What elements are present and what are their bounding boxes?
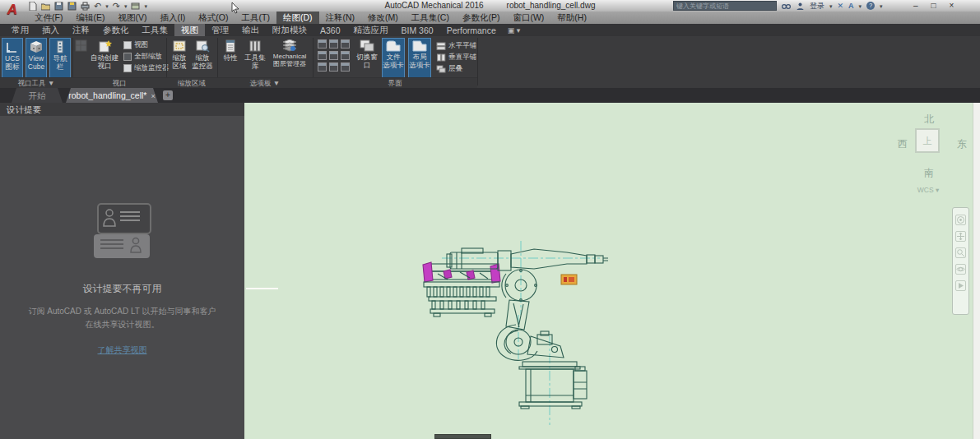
workspace-icon[interactable] <box>341 62 350 72</box>
lock-ui-icon[interactable] <box>318 51 327 60</box>
new-file-icon[interactable] <box>28 2 37 11</box>
viewcube-top-face[interactable]: 上 <box>915 128 940 153</box>
file-tab-close-icon[interactable]: × <box>151 92 155 100</box>
menu-annotate[interactable]: 注释(N) <box>319 12 362 25</box>
tab-performance[interactable]: Performance <box>440 25 503 36</box>
menu-toolsets[interactable]: 工具集(C) <box>405 12 456 25</box>
tab-view[interactable]: 视图 <box>174 24 205 37</box>
ribbon: UCS 图标 View Cube 导航栏 视口工具 ▼ 自动创建视口 视图 全部… <box>0 36 980 89</box>
file-tab-active[interactable]: robot_handling_cell*× <box>66 88 158 103</box>
tile-vertically-button[interactable]: 垂直平铺 <box>436 53 476 62</box>
auto-create-viewport-label: 自动创建视口 <box>91 53 118 70</box>
menu-parametric[interactable]: 参数化(P) <box>456 12 507 25</box>
zoom-all-toggle-label: 全部缩放 <box>134 52 162 62</box>
menu-draw[interactable]: 绘图(D) <box>276 12 319 25</box>
tile-horizontally-button[interactable]: 水平平铺 <box>436 41 476 51</box>
showmotion-icon[interactable] <box>955 280 966 291</box>
tab-home[interactable]: 常用 <box>5 24 35 37</box>
zoom-all-toggle[interactable]: 全部缩放 <box>123 52 162 62</box>
clean-screen-icon[interactable] <box>318 62 327 72</box>
menu-tools[interactable]: 工具(T) <box>235 12 276 25</box>
menu-modify[interactable]: 修改(M) <box>361 12 405 25</box>
open-file-icon[interactable] <box>41 2 50 11</box>
wcs-menu[interactable]: WCS ▾ <box>908 186 949 194</box>
panel-label-palettes[interactable]: 选项板 ▼ <box>217 77 313 88</box>
pan-icon[interactable] <box>955 231 966 242</box>
menu-window[interactable]: 窗口(W) <box>506 12 550 25</box>
help-icon[interactable]: ? <box>866 2 875 10</box>
search-input[interactable] <box>673 1 777 11</box>
tab-featured-apps[interactable]: 精选应用 <box>347 24 395 37</box>
panel-label-interface: 界面 <box>313 77 477 88</box>
a360-dropdown-icon[interactable]: ▾ <box>859 2 862 11</box>
redo-dropdown-icon[interactable]: ▾ <box>124 2 128 11</box>
save-icon[interactable] <box>54 2 63 11</box>
design-feed-learn-more-link[interactable]: 了解共享视图 <box>0 344 244 356</box>
undo-dropdown-icon[interactable]: ▾ <box>105 2 109 11</box>
sign-in-dropdown-icon[interactable]: ▾ <box>829 2 833 11</box>
tab-toolsets[interactable]: 工具集 <box>136 24 175 37</box>
tab-insert[interactable]: 插入 <box>35 24 66 37</box>
steering-wheel-icon[interactable] <box>955 215 966 225</box>
tab-parametric[interactable]: 参数化 <box>96 24 136 37</box>
qat-customize-icon[interactable]: ▾ <box>144 2 147 11</box>
orbit-icon[interactable] <box>955 264 966 275</box>
tab-annotate[interactable]: 注释 <box>66 24 96 37</box>
save-as-icon[interactable] <box>67 2 77 11</box>
command-tooltip-edge <box>434 434 491 439</box>
help-dropdown-icon[interactable]: ▾ <box>880 2 883 11</box>
drawing-canvas[interactable]: 北 西 上 东 南 WCS ▾ <box>244 103 980 439</box>
viewcube-east-label[interactable]: 东 <box>957 137 967 151</box>
viewport-views-toggle[interactable]: 视图 <box>123 40 148 50</box>
navigation-bar[interactable] <box>952 207 969 315</box>
menu-help[interactable]: 帮助(H) <box>550 12 593 25</box>
tab-output[interactable]: 输出 <box>235 24 266 37</box>
exchange-apps-icon[interactable]: ✕ <box>838 1 844 11</box>
file-tab-bar: 开始 robot_handling_cell*× + <box>0 88 980 103</box>
tab-a360[interactable]: A360 <box>314 25 347 36</box>
text-window-icon[interactable] <box>341 39 350 49</box>
tab-manage[interactable]: 管理 <box>205 24 235 37</box>
app-menu-button[interactable]: A <box>2 0 22 21</box>
user-icon[interactable] <box>796 2 805 11</box>
new-drawing-tab-button[interactable]: + <box>163 90 173 100</box>
undo-icon[interactable]: ↶ <box>94 2 101 11</box>
status-bar-icon[interactable] <box>329 51 338 60</box>
canvas-scrollbar[interactable] <box>973 103 980 439</box>
zoom-monitor-toggle[interactable]: 缩放监控器 <box>123 63 170 73</box>
ribbon-state-toggle-icon[interactable]: ▣ ▾ <box>508 26 521 35</box>
viewcube-north-label[interactable]: 北 <box>924 113 934 127</box>
cascade-button[interactable]: 层叠 <box>436 64 462 74</box>
menu-view[interactable]: 视图(V) <box>111 12 153 25</box>
robot-drawing <box>244 103 980 439</box>
menu-edit[interactable]: 编辑(E) <box>69 12 111 25</box>
zoom-all-toggle-icon <box>123 53 132 61</box>
viewcube-west-label[interactable]: 西 <box>898 137 908 151</box>
tab-bim360[interactable]: BIM 360 <box>395 25 440 36</box>
command-line-icon[interactable] <box>329 62 338 72</box>
document-title: robot_handling_cell.dwg <box>507 1 596 10</box>
search-binoculars-icon[interactable] <box>782 2 791 11</box>
window-elements-icon[interactable] <box>329 39 338 49</box>
redo-icon[interactable]: ↷ <box>113 2 120 11</box>
sheet-set-icon[interactable] <box>131 2 140 11</box>
minimize-button[interactable]: – <box>913 0 918 11</box>
menu-insert[interactable]: 插入(I) <box>153 12 192 25</box>
zoom-area-label: 缩放区域 <box>173 53 187 70</box>
menu-format[interactable]: 格式(O) <box>192 12 235 25</box>
zoom-monitor-toggle-label: 缩放监控器 <box>134 63 170 73</box>
viewcube-south-label[interactable]: 南 <box>924 166 934 180</box>
tab-addins[interactable]: 附加模块 <box>266 24 314 37</box>
restore-down-icon[interactable] <box>318 39 327 49</box>
close-button[interactable]: × <box>950 0 954 11</box>
menu-file[interactable]: 文件(F) <box>28 12 69 25</box>
panel-label-viewport-tools[interactable]: 视口工具 ▼ <box>0 77 72 88</box>
plot-icon[interactable] <box>81 2 90 11</box>
a360-icon[interactable]: A <box>848 1 854 11</box>
file-tab-start[interactable]: 开始 <box>12 88 63 103</box>
maximize-button[interactable]: □ <box>931 0 936 11</box>
sign-in-button[interactable]: 登录 <box>810 1 824 12</box>
ui-options-icon[interactable] <box>341 51 350 60</box>
design-feed-header[interactable]: 设计提要 <box>0 103 244 116</box>
zoom-icon[interactable] <box>955 247 966 258</box>
